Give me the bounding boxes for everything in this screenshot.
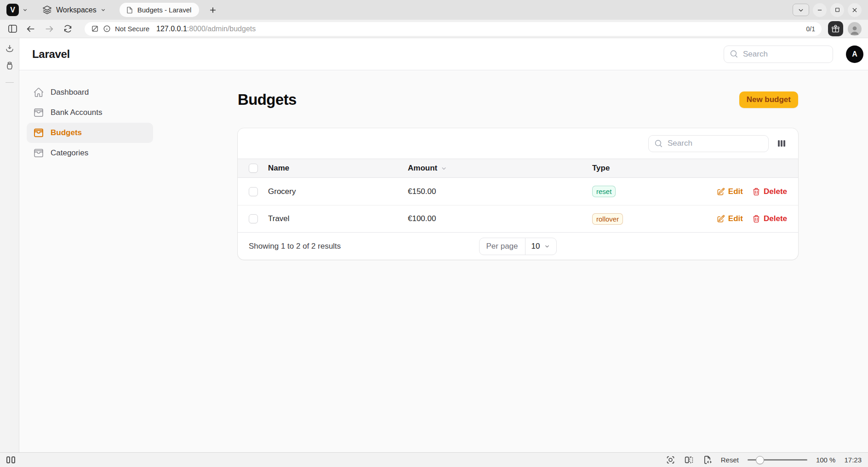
browser-status-bar: Reset 100 % 17:23: [0, 452, 868, 467]
panel-toggle-icon[interactable]: [5, 22, 20, 36]
column-header-name[interactable]: Name: [268, 164, 408, 173]
info-icon[interactable]: [103, 25, 111, 33]
browser-tab-bar: V Workspaces Budgets - Laravel: [0, 0, 868, 20]
app-topbar: Laravel A: [19, 38, 868, 70]
zoom-slider-knob[interactable]: [756, 456, 764, 464]
vivaldi-menu-chevron-icon[interactable]: [23, 7, 28, 12]
browser-address-bar: Not Secure 127.0.0.1:8000/admin/budgets …: [0, 20, 868, 38]
workspaces-label: Workspaces: [56, 6, 97, 14]
workspaces-chevron-icon: [101, 7, 106, 12]
search-icon: [654, 139, 663, 148]
forward-button[interactable]: [41, 22, 57, 36]
search-icon: [730, 50, 738, 58]
delete-button[interactable]: Delete: [752, 214, 787, 223]
url-path: :8000/admin/budgets: [187, 25, 256, 33]
budgets-table-card: Name Amount Type: [238, 128, 798, 260]
table-row[interactable]: Grocery €150.00 reset Edit: [238, 178, 798, 205]
cell-amount: €150.00: [408, 187, 592, 196]
status-toggle-icon[interactable]: [6, 456, 15, 463]
column-header-amount[interactable]: Amount: [408, 164, 592, 173]
wallet-icon: [33, 148, 44, 159]
sidebar-item-label: Bank Accounts: [51, 108, 102, 117]
global-search-input[interactable]: [743, 50, 827, 59]
url-host: 127.0.0.1: [156, 25, 187, 33]
browser-update-button[interactable]: [793, 4, 809, 16]
page-actions-icon[interactable]: [702, 455, 712, 465]
chevron-down-icon: [544, 243, 550, 250]
table-footer: Showing 1 to 2 of 2 results Per page 10: [238, 232, 798, 260]
app-brand: Laravel: [32, 48, 70, 61]
wallet-icon: [33, 107, 44, 118]
type-badge: rollover: [592, 213, 623, 225]
edit-button[interactable]: Edit: [717, 214, 743, 223]
sidebar-item-dashboard[interactable]: Dashboard: [27, 82, 153, 103]
table-header-row: Name Amount Type: [238, 159, 798, 178]
sidebar-item-bank-accounts[interactable]: Bank Accounts: [27, 103, 153, 123]
cell-name: Grocery: [268, 187, 408, 196]
column-header-type[interactable]: Type: [592, 164, 706, 173]
minimize-button[interactable]: [813, 3, 827, 17]
vivaldi-menu-button[interactable]: V: [6, 4, 19, 16]
trash-icon: [752, 215, 760, 223]
type-badge: reset: [592, 186, 616, 197]
url-counter: 0/1: [806, 25, 815, 33]
columns-icon: [776, 138, 787, 149]
home-icon: [33, 87, 44, 98]
per-page-select[interactable]: Per page 10: [479, 238, 557, 255]
new-budget-button[interactable]: New budget: [739, 91, 798, 108]
web-content: Laravel A: [19, 38, 868, 452]
delete-button[interactable]: Delete: [752, 187, 787, 196]
sidebar-item-label: Dashboard: [51, 88, 89, 97]
zoom-reset-button[interactable]: Reset: [721, 456, 739, 464]
panel-divider: [6, 82, 14, 83]
tile-pages-icon[interactable]: [684, 455, 694, 465]
zoom-level: 100 %: [816, 456, 836, 464]
zoom-slider[interactable]: [748, 456, 807, 465]
trash-icon: [752, 188, 760, 196]
table-search[interactable]: [648, 135, 769, 152]
per-page-value[interactable]: 10: [525, 238, 557, 255]
close-button[interactable]: [848, 3, 862, 17]
workspaces-button[interactable]: Workspaces: [42, 5, 106, 15]
edit-button[interactable]: Edit: [717, 187, 743, 196]
row-checkbox[interactable]: [249, 187, 258, 196]
toggle-columns-button[interactable]: [776, 138, 787, 149]
vivaldi-panel-strip: [0, 38, 19, 452]
url-field[interactable]: Not Secure 127.0.0.1:8000/admin/budgets …: [85, 22, 822, 36]
sidebar: Dashboard Bank Accounts Budgets: [27, 82, 153, 163]
document-icon: [126, 6, 133, 14]
user-avatar[interactable]: A: [846, 46, 863, 63]
app-body: Dashboard Bank Accounts Budgets: [19, 70, 868, 452]
sidebar-item-label: Budgets: [51, 128, 82, 137]
sessions-jar-icon[interactable]: [5, 61, 15, 71]
browser-window: V Workspaces Budgets - Laravel: [0, 0, 868, 467]
cell-amount: €100.00: [408, 214, 592, 223]
global-search[interactable]: [724, 46, 833, 63]
sort-chevron-icon: [440, 165, 447, 172]
sidebar-item-categories[interactable]: Categories: [27, 143, 153, 163]
select-all-checkbox[interactable]: [249, 164, 258, 173]
page-title: Budgets: [238, 91, 297, 108]
sidebar-item-budgets[interactable]: Budgets: [27, 123, 153, 143]
reload-button[interactable]: [60, 22, 75, 36]
downloads-icon[interactable]: [5, 44, 15, 54]
sidebar-item-label: Categories: [51, 148, 88, 158]
back-button[interactable]: [23, 22, 39, 36]
browser-tab-budgets[interactable]: Budgets - Laravel: [120, 3, 199, 17]
wallet-icon: [33, 127, 44, 138]
results-summary: Showing 1 to 2 of 2 results: [249, 242, 341, 251]
new-tab-button[interactable]: [208, 6, 217, 15]
gift-icon[interactable]: [828, 21, 843, 36]
cell-name: Travel: [268, 214, 408, 223]
row-checkbox[interactable]: [249, 214, 258, 223]
table-row[interactable]: Travel €100.00 rollover Edit: [238, 205, 798, 232]
layers-icon: [42, 5, 52, 15]
main-content: Budgets New budget: [238, 70, 798, 260]
table-search-input[interactable]: [668, 139, 763, 148]
blocker-shield-icon[interactable]: [91, 25, 99, 33]
maximize-button[interactable]: [830, 3, 844, 17]
url-text: 127.0.0.1:8000/admin/budgets: [156, 25, 256, 33]
profile-avatar-icon[interactable]: [848, 22, 862, 36]
security-label: Not Secure: [115, 25, 149, 33]
capture-page-icon[interactable]: [666, 455, 675, 465]
